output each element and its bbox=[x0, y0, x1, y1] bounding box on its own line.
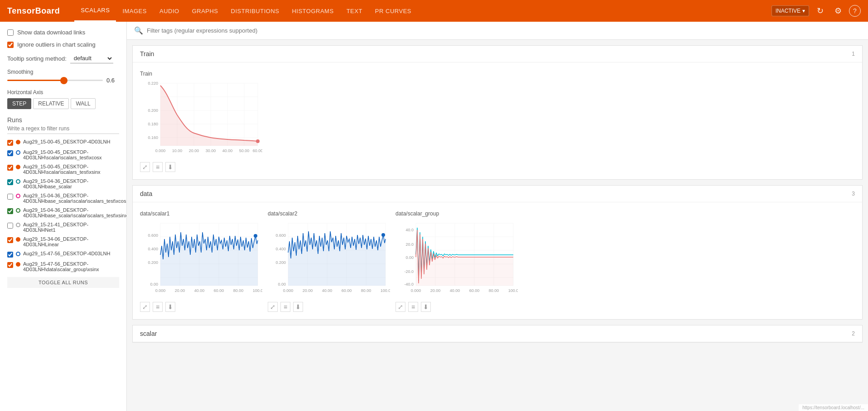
nav-images[interactable]: IMAGES bbox=[116, 0, 153, 22]
svg-text:30.00: 30.00 bbox=[206, 148, 216, 153]
run-checkbox[interactable] bbox=[7, 237, 13, 243]
run-label: Aug29_15-47-56_DESKTOP-4D03LNH bbox=[23, 251, 110, 256]
run-checkbox[interactable] bbox=[7, 252, 13, 258]
run-item[interactable]: Aug29_15-47-56_DESKTOP-4D03LNH bbox=[7, 249, 119, 259]
run-item[interactable]: Aug29_15-04-36_DESKTOP-4D03LNHbase_scala… bbox=[7, 206, 119, 220]
train-chart-title: Train bbox=[140, 68, 262, 79]
runs-section: Runs Aug29_15-00-45_DESKTOP-4D03LNH Aug2… bbox=[7, 115, 119, 288]
runs-filter-input[interactable] bbox=[7, 124, 119, 134]
tooltip-select[interactable]: default ascending descending bbox=[70, 53, 113, 63]
nav-items: SCALARS IMAGES AUDIO GRAPHS DISTRIBUTION… bbox=[74, 0, 418, 22]
run-dot bbox=[16, 237, 20, 242]
nav-right: INACTIVE ▾ ↻ ⚙ ? bbox=[772, 4, 861, 18]
menu-scalar2-button[interactable]: ≡ bbox=[280, 302, 290, 312]
scalar-group-chart-svg: -40.0 -20.0 0.00 20.0 40.0 0.000 20.00 4… bbox=[395, 219, 518, 300]
scalar2-chart-title: data/scalar2 bbox=[268, 208, 390, 219]
run-item[interactable]: Aug29_15-00-45_DESKTOP-4D03LNH\scalar\sc… bbox=[7, 162, 119, 176]
dropdown-arrow: ▾ bbox=[802, 8, 805, 14]
download-scalar2-button[interactable]: ⬇ bbox=[293, 302, 303, 312]
svg-text:0.00: 0.00 bbox=[278, 282, 286, 287]
svg-text:0.000: 0.000 bbox=[155, 288, 166, 293]
axis-relative-btn[interactable]: RELATIVE bbox=[33, 98, 69, 109]
toggle-all-button[interactable]: TOGGLE ALL RUNS bbox=[7, 277, 119, 288]
scalar-section-header[interactable]: scalar 2 bbox=[133, 325, 862, 342]
smoothing-slider[interactable] bbox=[7, 80, 103, 81]
nav-audio[interactable]: AUDIO bbox=[153, 0, 186, 22]
show-data-links-row[interactable]: Show data download links bbox=[7, 29, 119, 36]
axis-step-btn[interactable]: STEP bbox=[7, 98, 31, 109]
run-label: Aug29_15-47-56_DESKTOP-4D03LNH\data\scal… bbox=[23, 261, 119, 272]
download-scalar-group-button[interactable]: ⬇ bbox=[421, 302, 431, 312]
svg-text:0.000: 0.000 bbox=[411, 288, 421, 293]
tooltip-row: Tooltip sorting method: default ascendin… bbox=[7, 53, 119, 63]
run-dot bbox=[16, 179, 20, 184]
svg-text:20.0: 20.0 bbox=[405, 242, 414, 247]
run-item[interactable]: Aug29_15-04-36_DESKTOP-4D03LNHbase_scala… bbox=[7, 191, 119, 205]
download-chart-button[interactable]: ⬇ bbox=[165, 162, 175, 172]
menu-chart-button[interactable]: ≡ bbox=[153, 162, 163, 172]
svg-text:40.00: 40.00 bbox=[322, 288, 333, 293]
status-label: INACTIVE bbox=[776, 8, 800, 14]
expand-scalar1-button[interactable]: ⤢ bbox=[140, 302, 150, 312]
run-checkbox[interactable] bbox=[7, 262, 13, 268]
expand-scalar-group-button[interactable]: ⤢ bbox=[395, 302, 405, 312]
nav-graphs[interactable]: GRAPHS bbox=[186, 0, 225, 22]
scalar-section: scalar 2 bbox=[132, 325, 863, 343]
run-label: Aug29_15-00-45_DESKTOP-4D03LNH\scalar\sc… bbox=[23, 164, 119, 175]
nav-histograms[interactable]: HISTOGRAMS bbox=[285, 0, 340, 22]
run-label: Aug29_15-21-41_DESKTOP-4D03LNHNet1 bbox=[23, 222, 119, 233]
run-checkbox[interactable] bbox=[7, 179, 13, 185]
svg-text:0.160: 0.160 bbox=[148, 135, 158, 140]
download-scalar1-button[interactable]: ⬇ bbox=[165, 302, 175, 312]
svg-text:80.00: 80.00 bbox=[489, 288, 499, 293]
run-label: Aug29_15-04-36_DESKTOP-4D03LNHbase_scala… bbox=[23, 193, 127, 204]
run-item[interactable]: Aug29_15-34-06_DESKTOP-4D03LNHLinear bbox=[7, 235, 119, 249]
nav-pr-curves[interactable]: PR CURVES bbox=[369, 0, 418, 22]
scalar-section-count: 2 bbox=[852, 330, 855, 337]
nav-distributions[interactable]: DISTRIBUTIONS bbox=[225, 0, 286, 22]
ignore-outliers-row[interactable]: Ignore outliers in chart scaling bbox=[7, 41, 119, 48]
run-item[interactable]: Aug29_15-04-36_DESKTOP-4D03LNHbase_scala… bbox=[7, 177, 119, 191]
expand-scalar2-button[interactable]: ⤢ bbox=[268, 302, 278, 312]
svg-text:0.200: 0.200 bbox=[275, 260, 286, 265]
run-item[interactable]: Aug29_15-00-45_DESKTOP-4D03LNH bbox=[7, 138, 119, 147]
train-chart-svg: 0.220 0.200 0.180 0.160 0.000 10.00 20.0… bbox=[140, 79, 262, 160]
train-section-header[interactable]: Train 1 bbox=[133, 46, 862, 62]
run-item[interactable]: Aug29_15-21-41_DESKTOP-4D03LNHNet1 bbox=[7, 220, 119, 234]
run-dot bbox=[16, 223, 20, 227]
filter-input[interactable] bbox=[147, 27, 861, 34]
run-checkbox[interactable] bbox=[7, 194, 13, 200]
svg-text:0.400: 0.400 bbox=[148, 247, 158, 251]
run-label: Aug29_15-04-36_DESKTOP-4D03LNHbase_scala… bbox=[23, 207, 127, 218]
axis-wall-btn[interactable]: WALL bbox=[71, 98, 95, 109]
data-section-body: data/scalar1 bbox=[133, 202, 862, 319]
svg-text:0.200: 0.200 bbox=[148, 108, 158, 113]
run-item[interactable]: Aug29_15-47-56_DESKTOP-4D03LNH\data\scal… bbox=[7, 260, 119, 273]
run-checkbox[interactable] bbox=[7, 223, 13, 229]
menu-scalar-group-button[interactable]: ≡ bbox=[408, 302, 418, 312]
settings-button[interactable]: ⚙ bbox=[831, 4, 845, 18]
run-checkbox[interactable] bbox=[7, 208, 13, 214]
scalar-group-chart-area: -40.0 -20.0 0.00 20.0 40.0 0.000 20.00 4… bbox=[395, 219, 518, 300]
svg-text:-20.0: -20.0 bbox=[404, 269, 414, 274]
run-checkbox[interactable] bbox=[7, 165, 13, 171]
svg-text:0.180: 0.180 bbox=[148, 122, 158, 126]
scalar-section-title: scalar bbox=[140, 330, 157, 337]
svg-text:0.200: 0.200 bbox=[148, 260, 158, 265]
run-checkbox[interactable] bbox=[7, 150, 13, 156]
run-item[interactable]: Aug29_15-00-45_DESKTOP-4D03LNH\scalar\sc… bbox=[7, 148, 119, 162]
data-section-title: data bbox=[140, 190, 152, 197]
svg-text:40.00: 40.00 bbox=[194, 288, 205, 293]
run-checkbox[interactable] bbox=[7, 140, 13, 146]
status-dropdown[interactable]: INACTIVE ▾ bbox=[772, 5, 809, 16]
menu-scalar1-button[interactable]: ≡ bbox=[153, 302, 163, 312]
nav-scalars[interactable]: SCALARS bbox=[74, 0, 116, 22]
nav-text[interactable]: TEXT bbox=[340, 0, 369, 22]
ignore-outliers-checkbox[interactable] bbox=[7, 42, 14, 48]
refresh-button[interactable]: ↻ bbox=[813, 4, 827, 18]
expand-chart-button[interactable]: ⤢ bbox=[140, 162, 150, 172]
data-section-header[interactable]: data 3 bbox=[133, 186, 862, 202]
help-button[interactable]: ? bbox=[849, 5, 861, 17]
show-data-links-checkbox[interactable] bbox=[7, 29, 14, 36]
scalar1-chart-title: data/scalar1 bbox=[140, 208, 262, 219]
